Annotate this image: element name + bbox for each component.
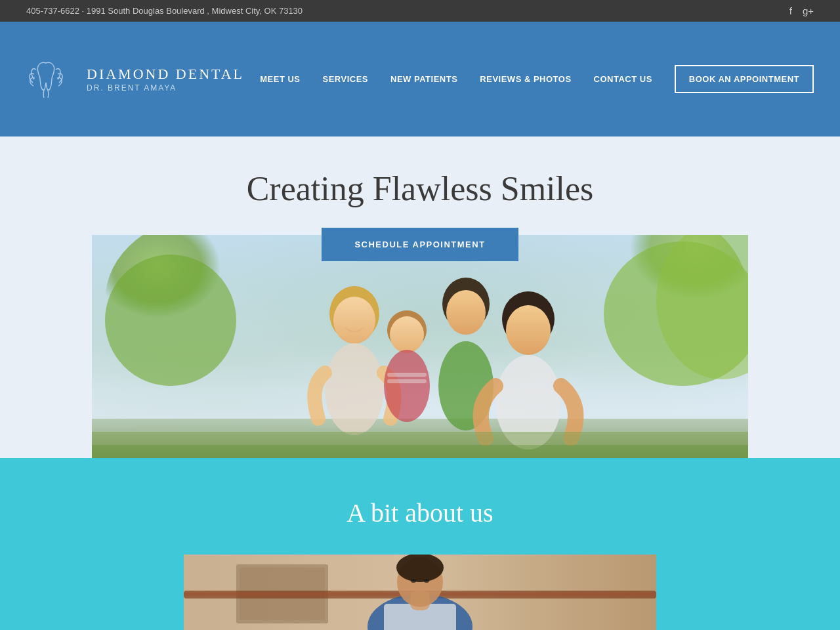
schedule-appointment-button[interactable]: SCHEDULE APPOINTMENT xyxy=(322,228,518,261)
svg-rect-14 xyxy=(387,379,427,383)
logo-text: DIAMOND DENTAL DR. BRENT AMAYA xyxy=(87,66,244,93)
book-appointment-button[interactable]: BOOK AN APPOINTMENT xyxy=(675,65,814,93)
svg-point-9 xyxy=(325,343,384,435)
about-doctor-image xyxy=(184,555,656,630)
svg-point-8 xyxy=(333,297,375,344)
nav-meet-us[interactable]: MEET US xyxy=(251,69,309,89)
svg-point-33 xyxy=(411,579,416,583)
about-section: A bit about us xyxy=(0,458,840,630)
about-title: A bit about us xyxy=(26,497,814,528)
hero-family-image xyxy=(92,235,748,458)
google-plus-icon[interactable]: g+ xyxy=(803,5,814,16)
svg-point-12 xyxy=(384,350,430,422)
svg-rect-22 xyxy=(92,445,748,458)
hero-headline: Creating Flawless Smiles xyxy=(247,169,594,208)
logo[interactable]: DIAMOND DENTAL DR. BRENT AMAYA xyxy=(26,56,244,102)
svg-point-34 xyxy=(424,579,429,583)
svg-point-2 xyxy=(105,255,236,386)
contact-info: 405-737-6622 · 1991 South Douglas Boulev… xyxy=(26,6,303,16)
main-nav: MEET US SERVICES NEW PATIENTS REVIEWS & … xyxy=(251,65,814,93)
nav-services[interactable]: SERVICES xyxy=(314,69,378,89)
social-links: f g+ xyxy=(789,5,814,16)
svg-point-32 xyxy=(396,555,444,582)
svg-point-11 xyxy=(390,316,424,353)
hero-section: Creating Flawless Smiles SCHEDULE APPOIN… xyxy=(0,136,840,458)
svg-rect-13 xyxy=(387,373,427,377)
nav-reviews-photos[interactable]: REVIEWS & PHOTOS xyxy=(471,69,580,89)
svg-point-16 xyxy=(446,290,486,335)
logo-subtitle: DR. BRENT AMAYA xyxy=(87,83,244,93)
doctor-illustration xyxy=(184,555,656,630)
nav-contact-us[interactable]: CONTACT US xyxy=(585,69,662,89)
nav-new-patients[interactable]: NEW PATIENTS xyxy=(381,69,467,89)
svg-point-19 xyxy=(506,305,551,355)
family-illustration xyxy=(92,235,748,458)
top-bar: 405-737-6622 · 1991 South Douglas Boulev… xyxy=(0,0,840,22)
facebook-icon[interactable]: f xyxy=(789,5,792,16)
header: DIAMOND DENTAL DR. BRENT AMAYA MEET US S… xyxy=(0,22,840,136)
tooth-logo-icon xyxy=(26,56,79,102)
logo-brand: DIAMOND DENTAL xyxy=(87,66,244,83)
